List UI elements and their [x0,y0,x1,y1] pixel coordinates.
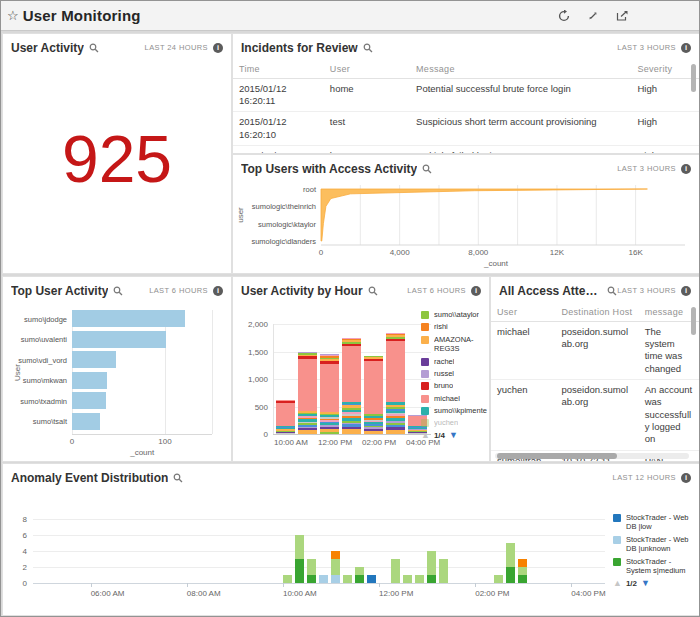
expand-icon[interactable] [587,10,599,22]
bar[interactable] [72,331,166,348]
bar-segment[interactable] [298,427,317,428]
column-header[interactable]: Destination Host [555,304,638,321]
bar-segment[interactable] [391,559,400,583]
bar-segment[interactable] [276,428,295,430]
legend-item[interactable]: AMAZONA-REG3S [421,335,487,354]
bar[interactable] [72,413,100,430]
bar-segment[interactable] [342,402,361,404]
bar-segment[interactable] [342,338,361,339]
bar-segment[interactable] [298,416,317,417]
bar-segment[interactable] [319,575,328,583]
bar-segment[interactable] [298,419,317,421]
bar-segment[interactable] [364,414,383,416]
bar-segment[interactable] [386,339,405,341]
bar-segment[interactable] [439,559,448,583]
column-header[interactable]: Severity [631,61,699,78]
search-icon[interactable] [607,286,617,296]
bar-segment[interactable] [320,355,339,356]
bar-segment[interactable] [307,575,316,583]
bar-segment[interactable] [320,427,339,429]
bar-segment[interactable] [342,344,361,346]
bar-segment[interactable] [320,358,339,360]
bar-segment[interactable] [298,423,317,425]
bar-segment[interactable] [343,575,352,583]
bar-segment[interactable] [298,430,317,434]
info-icon[interactable]: i [681,43,691,53]
search-icon[interactable] [173,473,183,483]
bar-segment[interactable] [342,342,361,344]
column-header[interactable]: User [491,304,555,321]
bar-segment[interactable] [518,567,527,575]
bar-segment[interactable] [298,356,317,358]
legend-item[interactable]: russel [421,369,487,378]
bar-segment[interactable] [427,551,436,575]
bar-segment[interactable] [276,400,295,401]
bar-segment[interactable] [364,422,383,424]
bar-segment[interactable] [386,405,405,407]
bar-segment[interactable] [386,407,405,409]
bar-segment[interactable] [342,414,361,416]
search-icon[interactable] [113,286,123,296]
bar-segment[interactable] [276,427,295,428]
vertical-scrollbar[interactable] [691,307,696,335]
legend-item[interactable]: sumo\\ataylor [421,310,487,319]
bar-segment[interactable] [364,418,383,420]
bar-segment[interactable] [364,420,383,421]
bar-segment[interactable] [518,559,527,567]
bar-segment[interactable] [320,356,339,357]
bar-segment[interactable] [295,559,304,583]
search-icon[interactable] [368,286,378,296]
bar-segment[interactable] [320,364,339,412]
bar-segment[interactable] [298,355,317,357]
activity-by-hour-stacked-chart[interactable]: 05001,0001,5002,00010:00 AM12:00 PM02:00… [233,304,489,461]
export-icon[interactable] [616,10,629,22]
legend-item[interactable]: michael [421,394,487,403]
bar-segment[interactable] [342,405,361,407]
bar[interactable] [72,351,116,368]
legend-item[interactable]: bruno [421,381,487,390]
column-header[interactable]: Time [233,61,324,78]
legend-item[interactable]: yuchen [421,418,487,427]
bar-segment[interactable] [320,419,339,421]
bar-segment[interactable] [386,414,405,416]
bar-segment[interactable] [295,535,304,559]
bar-segment[interactable] [298,353,317,354]
bar-segment[interactable] [331,551,340,559]
bar-segment[interactable] [320,420,339,421]
bar-segment[interactable] [298,352,317,353]
bar-segment[interactable] [367,575,376,583]
legend-item[interactable]: StockTrader - System s|medium [613,557,695,576]
bar-segment[interactable] [320,414,339,416]
bar-segment[interactable] [427,575,436,583]
legend-item[interactable]: rishi [421,322,487,331]
bar-segment[interactable] [331,575,340,583]
info-icon[interactable]: i [681,164,691,174]
legend-page-down-icon[interactable]: ▼ [641,578,650,588]
bar-segment[interactable] [518,575,527,583]
bar-segment[interactable] [283,575,292,583]
bar-segment[interactable] [386,409,405,411]
bar-segment[interactable] [355,575,364,583]
bar-segment[interactable] [386,416,405,418]
legend-page-up-icon[interactable]: ▲ [613,578,622,588]
vertical-scrollbar[interactable] [691,64,696,92]
bar-segment[interactable] [298,428,317,430]
bar-segment[interactable] [342,418,361,421]
legend-page-up-icon[interactable]: ▲ [421,430,430,440]
bar-segment[interactable] [364,416,383,418]
info-icon[interactable]: i [213,43,223,53]
bar-segment[interactable] [276,401,295,403]
bar-segment[interactable] [506,543,515,567]
bar[interactable] [72,392,106,409]
search-icon[interactable] [89,43,99,53]
bar-segment[interactable] [386,430,405,434]
bar-segment[interactable] [307,559,316,575]
favorite-star-icon[interactable]: ☆ [7,8,19,23]
bar-segment[interactable] [320,361,339,363]
anomaly-stacked-chart[interactable]: 0246806:00 AM08:00 AM10:00 AM12:00 PM02:… [3,491,699,615]
bar-segment[interactable] [364,424,383,425]
bar-segment[interactable] [386,421,405,423]
bar[interactable] [72,310,185,327]
bar-segment[interactable] [276,429,295,430]
bar-segment[interactable] [403,575,412,583]
